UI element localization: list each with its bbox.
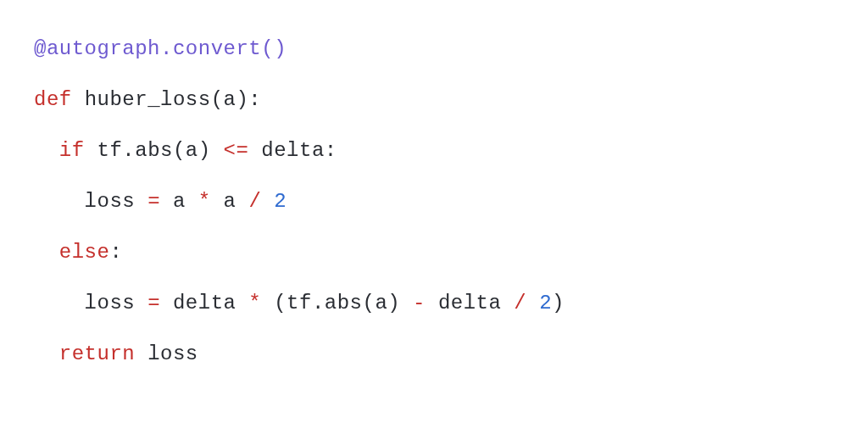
code-token: /: [514, 292, 526, 314]
code-token: [261, 190, 274, 213]
code-token: (tf.abs(a): [261, 292, 413, 314]
code-token: delta:: [248, 139, 337, 162]
code-line: else:: [34, 241, 122, 264]
code-token: a: [160, 190, 198, 213]
code-token: def: [34, 88, 72, 111]
code-token: <=: [224, 139, 249, 162]
code-token: 2: [274, 190, 287, 213]
code-token: -: [413, 292, 426, 314]
code-token: /: [248, 190, 261, 213]
code-token: ): [552, 292, 565, 314]
code-token: delta: [160, 292, 248, 314]
code-block: @autograph.convert() def huber_loss(a): …: [0, 0, 868, 403]
code-line: if tf.abs(a) <= delta:: [34, 139, 337, 162]
code-line: return loss: [34, 342, 198, 365]
code-token: :: [109, 241, 122, 264]
code-token: 2: [539, 292, 552, 314]
code-token: =: [147, 292, 160, 314]
code-token: else: [59, 241, 110, 264]
code-token: (a):: [211, 88, 262, 111]
code-token: tf.abs(a): [85, 139, 224, 162]
code-line: @autograph.convert(): [34, 37, 287, 60]
code-token: loss: [85, 292, 148, 314]
code-token: @autograph.convert(): [34, 37, 287, 60]
code-token: =: [147, 190, 160, 213]
code-line: def huber_loss(a):: [34, 88, 261, 111]
code-token: *: [248, 292, 261, 314]
code-token: loss: [85, 190, 148, 213]
code-token: *: [198, 190, 211, 213]
code-token: delta: [426, 292, 514, 314]
code-token: [72, 88, 85, 111]
code-token: return: [59, 342, 135, 365]
code-token: a: [211, 190, 249, 213]
code-token: [526, 292, 539, 314]
code-token: huber_loss: [85, 88, 211, 111]
code-line: loss = a * a / 2: [34, 190, 287, 213]
code-line: loss = delta * (tf.abs(a) - delta / 2): [34, 292, 565, 314]
code-token: if: [59, 139, 85, 162]
code-token: loss: [135, 342, 198, 365]
